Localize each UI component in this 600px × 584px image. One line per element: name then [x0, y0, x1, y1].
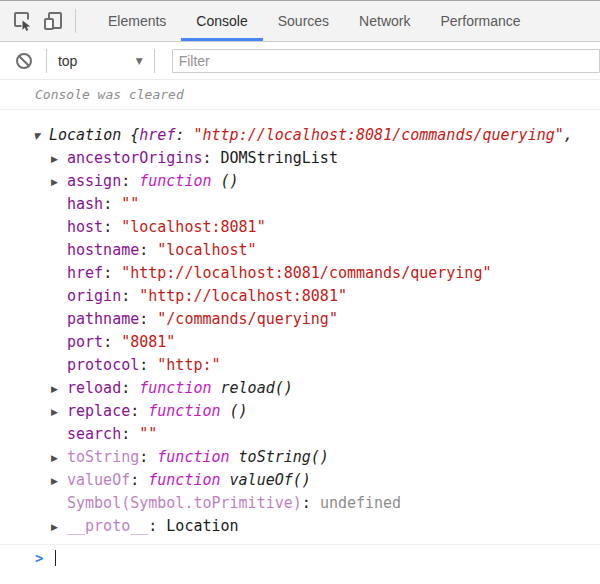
token-plain: :	[121, 425, 139, 443]
panel-tabs: ElementsConsoleSourcesNetworkPerformance	[93, 1, 536, 41]
token-pnameDim: __proto__	[67, 517, 148, 535]
token-str: "http://localhost:8081"	[139, 287, 347, 305]
token-pname: hostname	[67, 241, 139, 259]
token-pname: protocol	[67, 356, 139, 374]
token-val: Location	[166, 517, 238, 535]
tab-label: Elements	[108, 13, 166, 29]
tree-row-toString[interactable]: ▶toString: function toString()	[0, 446, 600, 469]
tree-row-port: port: "8081"	[0, 331, 600, 354]
tree-row-ancestorOrigins[interactable]: ▶ancestorOrigins: DOMStringList	[0, 147, 600, 170]
token-kw: function	[139, 379, 211, 397]
tab-performance[interactable]: Performance	[425, 1, 535, 41]
token-str: ""	[121, 195, 139, 213]
token-plain: :	[103, 195, 121, 213]
tree-row-host: host: "localhost:8081"	[0, 216, 600, 239]
token-str: "localhost:8081"	[121, 218, 266, 236]
token-kw: function	[157, 448, 229, 466]
token-plain: :	[130, 471, 148, 489]
token-fn: toString()	[230, 448, 329, 466]
token-kw: function	[148, 402, 220, 420]
token-plain: :	[121, 172, 139, 190]
tab-label: Network	[359, 13, 410, 29]
inspect-element-button[interactable]	[8, 6, 38, 36]
triangle-right-icon[interactable]: ▶	[51, 148, 67, 170]
tab-console[interactable]: Console	[181, 1, 262, 41]
token-plain: :	[148, 517, 166, 535]
token-fn: ()	[212, 172, 239, 190]
inspect-cursor-icon	[12, 10, 34, 32]
token-plain: {	[130, 126, 139, 144]
tree-row-proto[interactable]: ▶__proto__: Location	[0, 515, 600, 538]
token-str: "http://localhost:8081/commands/querying…	[121, 264, 491, 282]
token-str: "http:"	[157, 356, 220, 374]
triangle-right-icon[interactable]: ▶	[51, 470, 67, 492]
tree-row-assign[interactable]: ▶assign: function ()	[0, 170, 600, 193]
tree-row-reload[interactable]: ▶reload: function reload()	[0, 377, 600, 400]
triangle-right-icon[interactable]: ▶	[51, 171, 67, 193]
token-plain: :	[121, 379, 139, 397]
triangle-right-icon[interactable]: ▶	[51, 516, 67, 538]
token-str: "8081"	[121, 333, 175, 351]
token-pname: replace	[67, 402, 130, 420]
token-plain: :	[202, 149, 220, 167]
token-val: DOMStringList	[221, 149, 338, 167]
token-plain: :	[175, 126, 193, 144]
triangle-right-icon[interactable]: ▶	[51, 378, 67, 400]
token-plain: :	[139, 356, 157, 374]
token-pname: hash	[67, 195, 103, 213]
token-pname: pathname	[67, 310, 139, 328]
token-kw: function	[148, 471, 220, 489]
execution-context-selector[interactable]: top ▼	[58, 53, 143, 69]
filter-input[interactable]	[172, 49, 600, 73]
tree-row-search: search: ""	[0, 423, 600, 446]
token-plain: :	[139, 310, 157, 328]
console-prompt[interactable]: >	[0, 544, 600, 566]
token-pname: host	[67, 218, 103, 236]
tree-row-symbol-toPrimitive: Symbol(Symbol.toPrimitive): undefined	[0, 492, 600, 515]
token-pnameDim: Symbol(Symbol.toPrimitive)	[67, 494, 302, 512]
tab-network[interactable]: Network	[344, 1, 425, 41]
text-caret	[55, 550, 56, 566]
token-undef: undefined	[320, 494, 401, 512]
tree-row-location-preview[interactable]: ▼Location {href: "http://localhost:8081/…	[0, 124, 600, 147]
triangle-right-icon[interactable]: ▶	[51, 401, 67, 423]
triangle-down-icon[interactable]: ▼	[33, 125, 49, 147]
toolbar-divider	[75, 9, 76, 33]
token-pname: ancestorOrigins	[67, 149, 202, 167]
location-object-tree: ▼Location {href: "http://localhost:8081/…	[0, 110, 600, 542]
token-plain: :	[103, 333, 121, 351]
device-toolbar-button[interactable]	[38, 6, 68, 36]
tab-label: Performance	[440, 13, 520, 29]
active-tab-underline	[181, 38, 262, 41]
devtools-tab-bar: ElementsConsoleSourcesNetworkPerformance	[0, 1, 600, 42]
token-plain: :	[103, 264, 121, 282]
toolbar-divider	[46, 49, 47, 73]
context-label: top	[58, 53, 77, 69]
tree-row-pathname: pathname: "/commands/querying"	[0, 308, 600, 331]
triangle-right-icon[interactable]: ▶	[51, 447, 67, 469]
tab-sources[interactable]: Sources	[263, 1, 344, 41]
token-pname: search	[67, 425, 121, 443]
token-pnameDim: toString	[67, 448, 139, 466]
token-pname: assign	[67, 172, 121, 190]
clear-console-button[interactable]	[10, 46, 39, 76]
token-plain: ,	[564, 126, 573, 144]
tree-row-valueOf[interactable]: ▶valueOf: function valueOf()	[0, 469, 600, 492]
token-fn: valueOf()	[221, 471, 311, 489]
tree-row-replace[interactable]: ▶replace: function ()	[0, 400, 600, 423]
tab-elements[interactable]: Elements	[93, 1, 181, 41]
token-pnameDim: valueOf	[67, 471, 130, 489]
tree-row-protocol: protocol: "http:"	[0, 354, 600, 377]
token-str: "http://localhost:8081/commands/querying…	[194, 126, 564, 144]
token-pname: href	[67, 264, 103, 282]
token-str: ""	[139, 425, 157, 443]
console-toolbar: top ▼	[0, 42, 600, 80]
tree-row-href: href: "http://localhost:8081/commands/qu…	[0, 262, 600, 285]
token-pname: href	[139, 126, 175, 144]
token-pname: port	[67, 333, 103, 351]
console-output: Console was cleared ▼Location {href: "ht…	[0, 80, 600, 566]
console-cleared-message: Console was cleared	[0, 80, 600, 110]
token-plain: :	[103, 218, 121, 236]
block-icon	[15, 52, 33, 70]
token-plain: :	[302, 494, 320, 512]
